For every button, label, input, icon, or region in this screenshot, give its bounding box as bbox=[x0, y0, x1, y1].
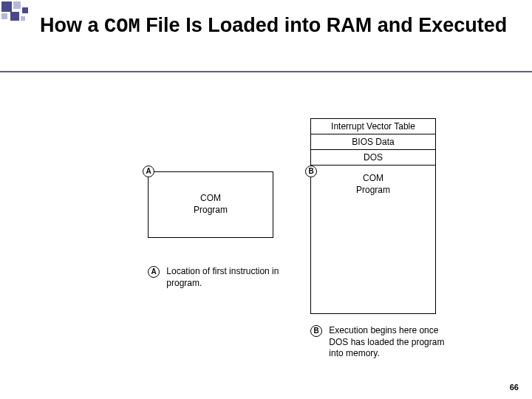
marker-b-diagram: B bbox=[305, 166, 317, 177]
legend-a-text: Location of first instruction in program… bbox=[166, 266, 292, 289]
marker-a-legend: A bbox=[148, 266, 160, 278]
cell-bios: BIOS Data bbox=[311, 134, 435, 150]
cell-com-program: COM Program bbox=[311, 166, 435, 313]
page-title: How a COM File Is Loaded into RAM and Ex… bbox=[40, 13, 507, 40]
memory-diagram: COM Program A Interrupt Vector Table BIO… bbox=[0, 118, 532, 362]
legend-a: A Location of first instruction in progr… bbox=[148, 266, 296, 289]
marker-b-legend: B bbox=[310, 325, 322, 337]
title-underline bbox=[0, 71, 532, 72]
com-program-label-left: COM Program bbox=[194, 193, 228, 216]
marker-a-diagram: A bbox=[143, 166, 154, 177]
corner-decoration bbox=[0, 0, 44, 30]
page-number: 66 bbox=[510, 383, 519, 392]
com-program-label-right: COM Program bbox=[356, 173, 390, 196]
cell-ivt: Interrupt Vector Table bbox=[311, 119, 435, 134]
legend-b: B Execution begins here once DOS has loa… bbox=[310, 325, 473, 360]
memory-column-right: Interrupt Vector Table BIOS Data DOS COM… bbox=[310, 118, 436, 314]
memory-column-left: COM Program bbox=[148, 171, 273, 238]
legend-b-text: Execution begins here once DOS has loade… bbox=[329, 325, 454, 360]
cell-dos: DOS bbox=[311, 150, 435, 166]
